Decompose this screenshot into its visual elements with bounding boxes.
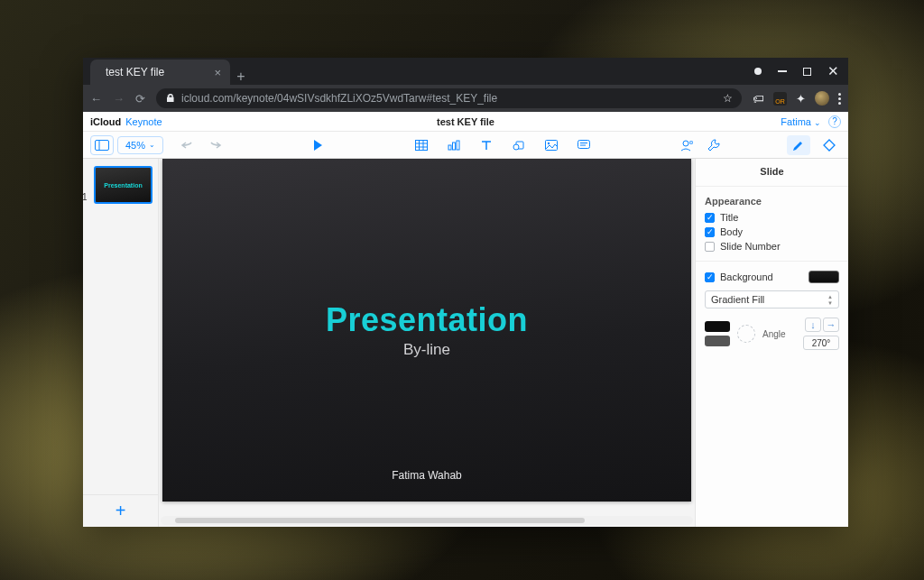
svg-point-13 <box>547 142 549 143</box>
play-button[interactable] <box>306 135 329 155</box>
slide-thumbnail[interactable]: Presentation <box>94 166 152 204</box>
chevron-down-icon: ⌄ <box>814 118 821 127</box>
angle-label: Angle <box>762 329 786 339</box>
inspector-tab-slide[interactable]: Slide <box>696 159 848 187</box>
tab-title: test KEY file <box>106 66 164 78</box>
maximize-button[interactable] <box>803 68 811 76</box>
format-inspector-button[interactable] <box>787 135 810 155</box>
add-slide-button[interactable]: + <box>83 494 158 527</box>
extension-area: 🏷︎ ✦ <box>753 91 841 106</box>
svg-rect-9 <box>457 141 459 150</box>
stepper-icon: ▲▼ <box>827 294 833 306</box>
app-titlebar: iCloud Keynote test KEY file Fatima ⌄ ? <box>83 112 848 132</box>
slide-number-label: 1 <box>82 192 88 202</box>
keynote-app: iCloud Keynote test KEY file Fatima ⌄ ? … <box>83 112 848 527</box>
gradient-stop-2[interactable] <box>705 336 730 346</box>
insert-comment-button[interactable] <box>572 135 596 155</box>
document-title[interactable]: test KEY file <box>437 116 494 127</box>
title-checkbox[interactable]: ✓ Title <box>705 212 839 223</box>
slide-navigator: 1 Presentation + <box>83 159 159 527</box>
slide-canvas[interactable]: Presentation By-line Fatima Wahab <box>159 159 695 527</box>
slide-title[interactable]: Presentation <box>326 301 528 339</box>
gradient-swap-icon[interactable] <box>737 325 755 343</box>
format-inspector: Slide Appearance ✓ Title ✓ Body Slide Nu… <box>695 159 848 527</box>
close-tab-icon[interactable]: × <box>214 66 221 79</box>
slide-author[interactable]: Fatima Wahab <box>392 469 462 482</box>
url-text: icloud.com/keynote/04wSIVsdkhfZLiXOz5Vwd… <box>181 92 497 105</box>
zoom-select[interactable]: 45%⌄ <box>117 136 163 154</box>
browser-window: test KEY file × + ✕ ← → ⟳ 🔒︎ icloud.com/… <box>83 58 848 527</box>
insert-table-button[interactable] <box>410 135 433 155</box>
insert-group <box>410 135 596 155</box>
angle-down-button[interactable]: ↓ <box>805 318 821 332</box>
insert-shape-button[interactable] <box>507 135 531 155</box>
forward-button: → <box>113 92 125 106</box>
body-checkbox[interactable]: ✓ Body <box>705 226 839 237</box>
gradient-stop-1[interactable] <box>705 321 730 332</box>
checkbox-icon <box>705 242 715 252</box>
svg-rect-2 <box>415 140 427 150</box>
redo-button[interactable] <box>203 135 226 155</box>
svg-rect-14 <box>578 140 589 148</box>
insert-image-button[interactable] <box>540 135 563 155</box>
lock-icon: 🔒︎ <box>165 92 176 105</box>
reader-extension-icon[interactable]: 🏷︎ <box>753 92 764 106</box>
collaborate-button[interactable] <box>675 135 698 155</box>
browser-menu-icon[interactable] <box>838 93 841 105</box>
incognito-indicator-icon <box>754 68 762 75</box>
reload-button[interactable]: ⟳ <box>135 92 145 106</box>
animate-inspector-button[interactable] <box>818 135 841 155</box>
breadcrumb[interactable]: iCloud Keynote <box>90 116 162 127</box>
undo-button[interactable] <box>176 135 199 155</box>
svg-rect-7 <box>448 145 451 150</box>
chevron-down-icon: ⌄ <box>149 141 155 149</box>
url-field[interactable]: 🔒︎ icloud.com/keynote/04wSIVsdkhfZLiXOz5… <box>156 88 742 108</box>
extensions-menu-icon[interactable]: ✦ <box>796 92 806 106</box>
angle-value-field[interactable]: 270° <box>803 336 839 350</box>
background-checkbox[interactable]: ✓ Background <box>705 272 773 282</box>
checkbox-icon: ✓ <box>705 227 715 237</box>
insert-chart-button[interactable] <box>442 135 466 155</box>
svg-point-11 <box>513 144 519 150</box>
svg-rect-8 <box>452 143 455 150</box>
toolbar: 45%⌄ <box>83 132 848 159</box>
browser-tab[interactable]: test KEY file × <box>90 60 230 85</box>
help-button[interactable]: ? <box>828 115 841 128</box>
gradient-stops[interactable] <box>705 321 730 346</box>
slide[interactable]: Presentation By-line Fatima Wahab <box>162 159 691 502</box>
tools-button[interactable] <box>702 135 725 155</box>
extension-badge-icon[interactable] <box>773 92 787 106</box>
new-tab-button[interactable]: + <box>230 69 252 85</box>
checkbox-icon: ✓ <box>705 272 715 282</box>
minimize-button[interactable] <box>778 70 787 72</box>
user-menu[interactable]: Fatima ⌄ <box>781 116 821 127</box>
fill-type-select[interactable]: Gradient Fill ▲▼ <box>705 290 839 308</box>
bookmark-star-icon[interactable]: ☆ <box>723 92 733 105</box>
workspace: 1 Presentation + Presentation By-line Fa… <box>83 159 848 527</box>
insert-text-button[interactable] <box>475 135 498 155</box>
horizontal-scrollbar[interactable] <box>161 516 693 525</box>
view-button[interactable] <box>90 135 114 155</box>
address-bar: ← → ⟳ 🔒︎ icloud.com/keynote/04wSIVsdkhfZ… <box>83 85 848 112</box>
window-caption-buttons: ✕ <box>754 58 848 85</box>
appearance-heading: Appearance <box>705 196 839 207</box>
svg-rect-0 <box>96 140 109 150</box>
close-window-button[interactable]: ✕ <box>827 68 839 75</box>
angle-right-button[interactable]: → <box>823 318 839 332</box>
slide-number-checkbox[interactable]: Slide Number <box>705 241 839 252</box>
checkbox-icon: ✓ <box>705 213 715 223</box>
profile-avatar-icon[interactable] <box>815 91 829 106</box>
svg-point-17 <box>683 141 688 146</box>
slide-subtitle[interactable]: By-line <box>403 341 450 359</box>
back-button[interactable]: ← <box>90 92 102 106</box>
background-color-well[interactable] <box>808 271 839 283</box>
tab-strip: test KEY file × + ✕ <box>83 58 848 85</box>
